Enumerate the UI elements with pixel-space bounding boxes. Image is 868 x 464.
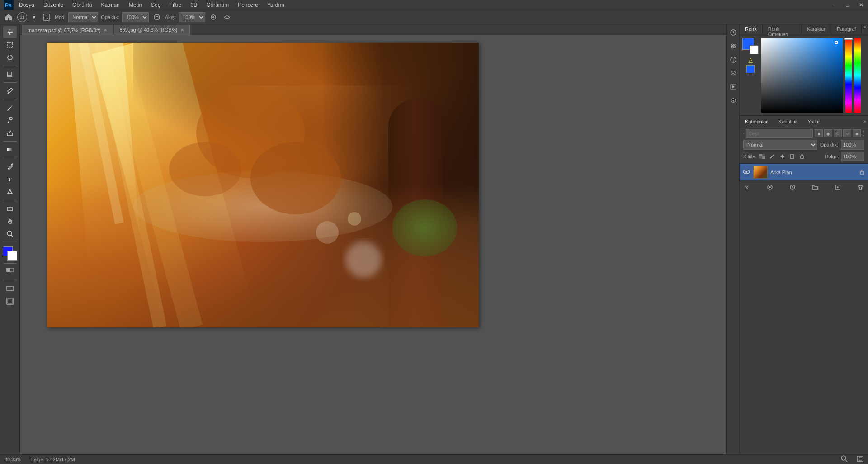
- color-panel-options[interactable]: »: [862, 24, 868, 35]
- brush-options-button[interactable]: ▼: [30, 14, 38, 21]
- add-fx-button[interactable]: fx: [743, 183, 751, 193]
- tab-paragraf[interactable]: Paragraf: [831, 24, 862, 35]
- gradient-tool[interactable]: [3, 144, 17, 156]
- layer-search-input[interactable]: [746, 129, 813, 138]
- tab-karakter[interactable]: Karakter: [802, 24, 832, 35]
- web-safe-color[interactable]: [746, 65, 755, 73]
- filter-shape-icon[interactable]: ▿: [843, 129, 851, 137]
- svg-point-34: [733, 45, 735, 47]
- layer-blend-select[interactable]: Normal: [743, 140, 817, 150]
- tab-renk-ornekleri[interactable]: Renk Örnekleri: [763, 24, 802, 35]
- lock-all-button[interactable]: [798, 152, 806, 161]
- hand-tool[interactable]: [3, 215, 17, 227]
- menu-dosya[interactable]: Dosya: [15, 1, 38, 9]
- menu-sec[interactable]: Seç: [147, 1, 164, 9]
- tab-manzara[interactable]: manzara.psd @ 67,7% (RGB/8#) ✕: [22, 25, 113, 35]
- filter-pixel-icon[interactable]: ■: [815, 129, 823, 137]
- 3d-icon-button[interactable]: [728, 95, 739, 106]
- adjustments-icon-button[interactable]: [728, 41, 739, 52]
- background-color[interactable]: [7, 251, 17, 261]
- screen-mode-2-button[interactable]: [3, 295, 17, 307]
- spectrum-slider[interactable]: [854, 38, 861, 113]
- maximize-button[interactable]: □: [841, 0, 854, 10]
- svg-rect-46: [801, 156, 803, 159]
- menu-metin[interactable]: Metin: [125, 1, 146, 9]
- close-button[interactable]: ✕: [854, 0, 868, 10]
- akis-select[interactable]: 100%: [179, 12, 205, 22]
- fog-overlay: [133, 171, 392, 242]
- path-selection-tool[interactable]: [3, 186, 17, 198]
- clone-stamp-tool[interactable]: [3, 114, 17, 126]
- smoothing-button[interactable]: [222, 13, 232, 22]
- layer-filter-icon: [743, 131, 744, 136]
- tab-renk[interactable]: Renk: [740, 24, 763, 35]
- filter-type-icon[interactable]: T: [834, 129, 842, 137]
- layer-opacity-input[interactable]: [841, 140, 864, 150]
- crop-tool[interactable]: [3, 68, 17, 80]
- layer-filter-toggle[interactable]: [863, 131, 864, 136]
- menu-goruntu[interactable]: Görüntü: [69, 1, 95, 9]
- zoom-tool[interactable]: [3, 228, 17, 240]
- type-tool[interactable]: T: [3, 173, 17, 185]
- tab-kanallar[interactable]: Kanallar: [773, 117, 802, 126]
- marquee-tool[interactable]: [3, 39, 17, 51]
- tab-yollar[interactable]: Yollar: [802, 117, 826, 126]
- airbrush-button[interactable]: [208, 13, 219, 22]
- color-panel: Renk Renk Örnekleri Karakter Paragraf » …: [740, 24, 868, 116]
- brush-size-indicator[interactable]: 21: [17, 12, 27, 22]
- brush-tool[interactable]: [3, 102, 17, 114]
- screen-mode-button[interactable]: [3, 283, 17, 294]
- tab-869-close[interactable]: ✕: [180, 28, 184, 33]
- lock-transparent-button[interactable]: [758, 152, 766, 161]
- history-icon-button[interactable]: [728, 27, 739, 38]
- actions-icon-button[interactable]: [728, 81, 739, 92]
- add-mask-button[interactable]: [766, 183, 774, 193]
- tab-manzara-close[interactable]: ✕: [104, 28, 107, 33]
- saturation-value-picker[interactable]: [761, 38, 843, 113]
- path-select-icon: [6, 188, 14, 195]
- create-group-button[interactable]: [811, 183, 819, 193]
- layer-fill-input[interactable]: [841, 152, 864, 161]
- lasso-tool[interactable]: [3, 52, 17, 63]
- quick-mask-button[interactable]: [3, 266, 17, 278]
- menu-yardim[interactable]: Yardım: [264, 1, 288, 9]
- menu-gorunum[interactable]: Görünüm: [203, 1, 232, 9]
- eyedropper-tool[interactable]: [3, 85, 17, 97]
- menu-3b[interactable]: 3B: [187, 1, 201, 9]
- gamut-warning-icon[interactable]: △: [748, 56, 753, 63]
- move-tool[interactable]: [3, 26, 17, 38]
- pressure-opacity-button[interactable]: [151, 13, 162, 22]
- menu-katman[interactable]: Katman: [97, 1, 123, 9]
- delete-layer-button[interactable]: [856, 183, 864, 193]
- lock-position-button[interactable]: [778, 152, 786, 161]
- lock-artboard-button[interactable]: [788, 152, 796, 161]
- hue-slider[interactable]: [845, 38, 852, 113]
- opacity-select[interactable]: 100%: [122, 12, 149, 22]
- menu-pencere[interactable]: Pencere: [234, 1, 262, 9]
- shape-tool[interactable]: [3, 203, 17, 214]
- menu-filtre[interactable]: Filtre: [166, 1, 185, 9]
- tab-katmanlar[interactable]: Katmanlar: [740, 117, 773, 126]
- filter-smart-icon[interactable]: ■: [853, 129, 861, 137]
- layer-visibility-toggle[interactable]: [743, 169, 750, 175]
- blend-mode-select[interactable]: Normal: [68, 12, 98, 22]
- info-icon-button[interactable]: i: [728, 54, 739, 65]
- search-bottom-icon[interactable]: [841, 455, 848, 463]
- bg-swatch[interactable]: [750, 45, 759, 54]
- home-button[interactable]: [3, 12, 14, 22]
- tab-869[interactable]: 869.jpg @ 40,3% (RGB/8) ✕: [114, 25, 190, 35]
- color-picker-marker[interactable]: [835, 41, 838, 44]
- menu-duzenle[interactable]: Düzenle: [40, 1, 67, 9]
- pen-tool[interactable]: [3, 161, 17, 172]
- layer-item-arkaplan[interactable]: Arka Plan: [740, 164, 868, 181]
- brush-mode-button[interactable]: [41, 13, 52, 22]
- add-adjustment-button[interactable]: [788, 183, 797, 193]
- filter-adjust-icon[interactable]: ◆: [824, 129, 832, 137]
- minimize-button[interactable]: −: [827, 0, 841, 10]
- layers-panel-collapse[interactable]: »: [862, 119, 868, 124]
- lock-pixels-button[interactable]: [768, 152, 776, 161]
- layers-icon-button[interactable]: [728, 68, 739, 79]
- fit-button[interactable]: [857, 456, 863, 463]
- create-layer-button[interactable]: [834, 183, 842, 193]
- eraser-tool[interactable]: [3, 127, 17, 139]
